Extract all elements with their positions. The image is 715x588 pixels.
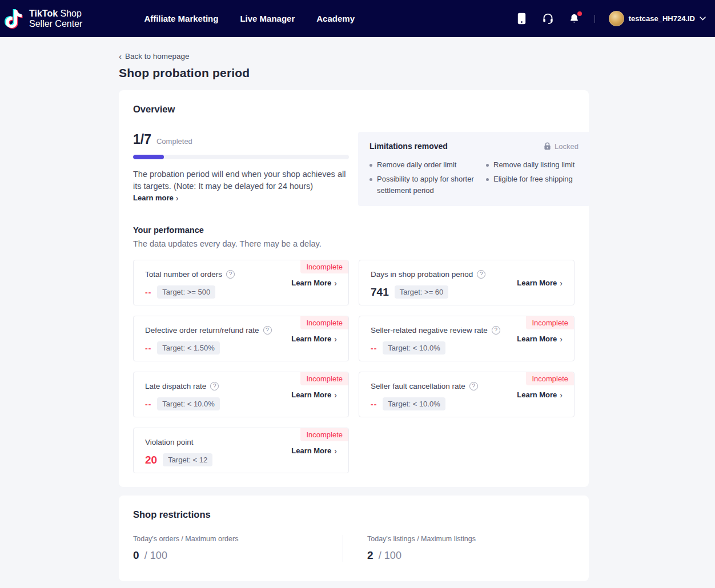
- learn-more-link[interactable]: Learn More ›: [291, 335, 337, 343]
- learn-more-link[interactable]: Learn More ›: [517, 390, 563, 399]
- help-icon[interactable]: ?: [210, 382, 219, 390]
- limitation-item: Remove daily listing limit: [486, 159, 579, 171]
- metric-value: --: [371, 400, 377, 409]
- metric-target: Target: >= 500: [157, 285, 215, 299]
- incomplete-badge: Incomplete: [526, 372, 574, 385]
- nav-affiliate-marketing[interactable]: Affiliate Marketing: [144, 14, 218, 23]
- learn-more-link[interactable]: Learn More ›: [517, 335, 563, 343]
- progress-bar: [133, 155, 349, 159]
- top-navbar: TikTok Shop Seller Center Affiliate Mark…: [0, 0, 715, 37]
- metric-value: --: [145, 344, 151, 353]
- chevron-down-icon: [700, 17, 706, 21]
- learn-more-link[interactable]: Learn More ›: [517, 279, 563, 287]
- restriction-max: / 100: [379, 550, 401, 561]
- help-icon[interactable]: ?: [226, 270, 235, 279]
- progress-count: 1/7: [133, 132, 151, 147]
- learn-more-link[interactable]: Learn More ›: [291, 390, 337, 399]
- limitation-item: Remove daily order limit: [369, 159, 477, 171]
- main-nav: Affiliate Marketing Live Manager Academy: [144, 14, 355, 23]
- account-menu[interactable]: testcase_HH724.ID: [609, 11, 706, 26]
- tiktok-shop-logo[interactable]: TikTok Shop Seller Center: [2, 6, 82, 31]
- lock-icon: [544, 142, 551, 150]
- chevron-right-icon: ›: [560, 390, 563, 398]
- metric-target: Target: < 1.50%: [157, 341, 219, 355]
- card-negative-review-rate: Incomplete Seller-related negative revie…: [359, 316, 575, 361]
- chevron-right-icon: ›: [334, 279, 337, 287]
- restriction-current: 2: [367, 549, 373, 561]
- avatar: [609, 11, 624, 26]
- listings-restriction: Today's listings / Maximum listings 2 / …: [343, 535, 575, 562]
- metric-value: --: [145, 400, 151, 409]
- incomplete-badge: Incomplete: [300, 428, 348, 441]
- progress-fill: [133, 155, 164, 159]
- chevron-right-icon: ›: [176, 194, 179, 202]
- support-headset-icon[interactable]: [542, 13, 555, 25]
- incomplete-badge: Incomplete: [300, 316, 348, 329]
- restriction-label: Today's listings / Maximum listings: [367, 535, 575, 543]
- mobile-app-icon[interactable]: [516, 13, 528, 25]
- back-to-homepage-link[interactable]: ‹ Back to homepage: [119, 52, 589, 61]
- overview-panel: Overview 1/7 Completed The probation per…: [119, 90, 589, 487]
- metric-title: Late dispatch rate: [145, 382, 206, 390]
- metric-title: Days in shop probation period: [371, 270, 473, 279]
- restrictions-heading: Shop restrictions: [133, 509, 575, 520]
- metric-target: Target: >= 60: [395, 285, 449, 299]
- incomplete-badge: Incomplete: [300, 260, 348, 273]
- logo-text: TikTok Shop Seller Center: [29, 9, 82, 29]
- card-late-dispatch-rate: Incomplete Late dispatch rate ? -- Targe…: [133, 372, 349, 417]
- metric-target: Target: < 10.0%: [383, 397, 445, 410]
- incomplete-badge: Incomplete: [526, 316, 574, 329]
- overview-description: The probation period will end when your …: [133, 168, 349, 192]
- metric-value: 20: [145, 454, 157, 466]
- chevron-left-icon: ‹: [119, 52, 122, 61]
- metric-title: Seller-related negative review rate: [371, 326, 488, 335]
- chevron-right-icon: ›: [560, 335, 563, 343]
- metric-title: Seller fault cancellation rate: [371, 382, 465, 390]
- chevron-right-icon: ›: [334, 335, 337, 343]
- card-seller-fault-cancellation: Incomplete Seller fault cancellation rat…: [359, 372, 575, 417]
- progress-label: Completed: [156, 137, 192, 146]
- nav-academy[interactable]: Academy: [316, 14, 355, 23]
- incomplete-badge: Incomplete: [300, 372, 348, 385]
- performance-subheading: The data updates every day. There may be…: [133, 239, 575, 248]
- shop-restrictions-panel: Shop restrictions Today's orders / Maxim…: [119, 496, 589, 581]
- orders-restriction: Today's orders / Maximum orders 0 / 100: [133, 535, 343, 562]
- topbar-actions: testcase_HH724.ID: [516, 11, 706, 26]
- limitation-item: Eligible for free shipping: [486, 174, 579, 185]
- restriction-label: Today's orders / Maximum orders: [133, 535, 343, 543]
- restriction-max: / 100: [144, 550, 167, 561]
- learn-more-link[interactable]: Learn More ›: [291, 279, 337, 287]
- metric-target: Target: < 12: [163, 453, 212, 466]
- nav-live-manager[interactable]: Live Manager: [240, 14, 295, 23]
- metric-title: Total number of orders: [145, 270, 222, 279]
- chevron-right-icon: ›: [560, 279, 563, 287]
- chevron-right-icon: ›: [334, 390, 337, 398]
- header-divider: [595, 15, 595, 23]
- overview-learn-more-link[interactable]: Learn more ›: [133, 194, 178, 202]
- page-content: ‹ Back to homepage Shop probation period…: [119, 52, 589, 581]
- restriction-current: 0: [133, 549, 139, 561]
- notifications-bell-icon[interactable]: [568, 13, 581, 25]
- metric-target: Target: < 10.0%: [383, 341, 445, 355]
- notification-dot: [577, 11, 582, 16]
- help-icon[interactable]: ?: [492, 326, 500, 335]
- metric-value: --: [145, 288, 151, 297]
- overview-heading: Overview: [133, 104, 575, 115]
- metric-value: 741: [371, 286, 389, 299]
- locked-status: Locked: [544, 142, 579, 151]
- metric-title: Defective order return/refund rate: [145, 326, 259, 335]
- help-icon[interactable]: ?: [477, 270, 485, 279]
- card-days-in-probation: Days in shop probation period ? 741 Targ…: [359, 260, 575, 305]
- card-defective-return-rate: Incomplete Defective order return/refund…: [133, 316, 349, 361]
- limitations-removed-box: Limitations removed Locked Remove daily …: [358, 132, 590, 206]
- metric-value: --: [371, 344, 377, 353]
- performance-cards-grid: Incomplete Total number of orders ? -- T…: [133, 260, 575, 473]
- card-violation-point: Incomplete Violation point 20 Target: < …: [133, 428, 349, 473]
- progress-block: 1/7 Completed The probation period will …: [133, 132, 349, 206]
- metric-target: Target: < 10.0%: [157, 397, 219, 410]
- performance-heading: Your performance: [133, 225, 575, 235]
- learn-more-link[interactable]: Learn More ›: [291, 446, 337, 455]
- account-name: testcase_HH724.ID: [629, 14, 695, 23]
- help-icon[interactable]: ?: [469, 382, 478, 390]
- help-icon[interactable]: ?: [263, 326, 272, 335]
